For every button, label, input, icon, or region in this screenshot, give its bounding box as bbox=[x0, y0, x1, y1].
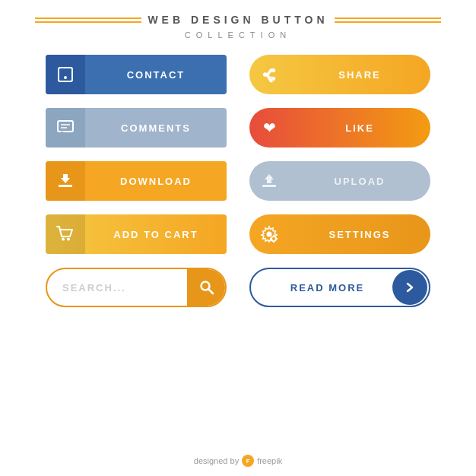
left-lines bbox=[35, 17, 141, 23]
read-more-label: READ MORE bbox=[251, 282, 392, 294]
upload-icon bbox=[261, 173, 278, 189]
svg-point-13 bbox=[62, 238, 65, 241]
svg-rect-5 bbox=[58, 121, 73, 132]
buttons-grid: CONTACT ❮ SHARE COMMENTS bbox=[0, 55, 476, 307]
search-button[interactable]: SEARCH... bbox=[46, 268, 227, 307]
settings-icon bbox=[260, 225, 278, 243]
left-line-top bbox=[35, 17, 141, 19]
page-title: WEB DESIGN BUTTON bbox=[148, 14, 328, 26]
svg-point-17 bbox=[272, 237, 275, 240]
search-icon bbox=[199, 280, 214, 295]
settings-label: SETTINGS bbox=[289, 229, 430, 240]
right-line-bottom bbox=[335, 21, 441, 23]
download-label: DOWNLOAD bbox=[85, 176, 227, 187]
download-button[interactable]: DOWNLOAD bbox=[46, 161, 227, 201]
footer: designed by F freepik bbox=[194, 455, 282, 476]
page-subtitle: COLLECTION bbox=[185, 30, 291, 40]
left-line-bottom bbox=[35, 21, 141, 23]
like-label: LIKE bbox=[289, 122, 430, 134]
read-more-arrow bbox=[392, 270, 427, 305]
comments-button[interactable]: COMMENTS bbox=[46, 108, 227, 148]
upload-button[interactable]: UPLOAD bbox=[249, 161, 430, 201]
right-line-top bbox=[335, 17, 441, 19]
comments-label: COMMENTS bbox=[85, 122, 227, 134]
comment-icon bbox=[57, 120, 74, 135]
settings-button[interactable]: SETTINGS bbox=[249, 214, 430, 254]
download-icon-wrap bbox=[46, 161, 85, 201]
cart-icon-wrap bbox=[46, 214, 85, 254]
share-icon-wrap: ❮ bbox=[249, 55, 289, 94]
svg-point-14 bbox=[67, 238, 70, 241]
read-more-button[interactable]: READ MORE bbox=[249, 268, 430, 307]
search-icon-wrap[interactable] bbox=[187, 268, 227, 307]
lines-row: WEB DESIGN BUTTON bbox=[24, 14, 452, 26]
download-icon bbox=[57, 173, 74, 189]
settings-icon-wrap bbox=[249, 214, 289, 254]
header-section: WEB DESIGN BUTTON COLLECTION bbox=[0, 0, 476, 40]
share-svg-icon bbox=[261, 68, 278, 81]
search-placeholder: SEARCH... bbox=[47, 282, 187, 294]
contact-icon-wrap bbox=[46, 55, 85, 94]
footer-text: designed by bbox=[194, 456, 239, 465]
svg-rect-20 bbox=[270, 238, 271, 240]
chevron-right-icon bbox=[405, 282, 415, 293]
svg-rect-21 bbox=[276, 238, 278, 240]
cart-icon bbox=[56, 226, 75, 243]
upload-label: UPLOAD bbox=[289, 176, 430, 187]
add-to-cart-label: ADD TO CART bbox=[85, 229, 227, 240]
svg-point-15 bbox=[267, 232, 272, 237]
svg-line-4 bbox=[265, 75, 274, 78]
contact-label: CONTACT bbox=[85, 69, 227, 81]
svg-marker-10 bbox=[61, 174, 70, 183]
svg-line-3 bbox=[265, 71, 274, 75]
like-icon-wrap: ❤ bbox=[249, 108, 289, 148]
svg-rect-11 bbox=[262, 185, 276, 187]
footer-brand: freepik bbox=[257, 456, 282, 465]
like-button[interactable]: ❤ LIKE bbox=[249, 108, 430, 148]
upload-icon-wrap bbox=[249, 161, 289, 201]
share-button[interactable]: ❮ SHARE bbox=[249, 55, 430, 94]
svg-rect-19 bbox=[273, 241, 274, 243]
svg-line-23 bbox=[208, 289, 213, 294]
right-lines bbox=[335, 17, 441, 23]
svg-rect-9 bbox=[59, 185, 72, 187]
share-label: SHARE bbox=[289, 69, 430, 81]
contact-button[interactable]: CONTACT bbox=[46, 55, 227, 94]
comments-icon-wrap bbox=[46, 108, 85, 148]
svg-marker-12 bbox=[265, 174, 274, 183]
svg-rect-18 bbox=[273, 235, 274, 236]
phone-icon bbox=[58, 67, 73, 82]
add-to-cart-button[interactable]: ADD TO CART bbox=[46, 214, 227, 254]
heart-icon: ❤ bbox=[263, 119, 276, 137]
freepik-logo-icon: F bbox=[242, 455, 254, 467]
